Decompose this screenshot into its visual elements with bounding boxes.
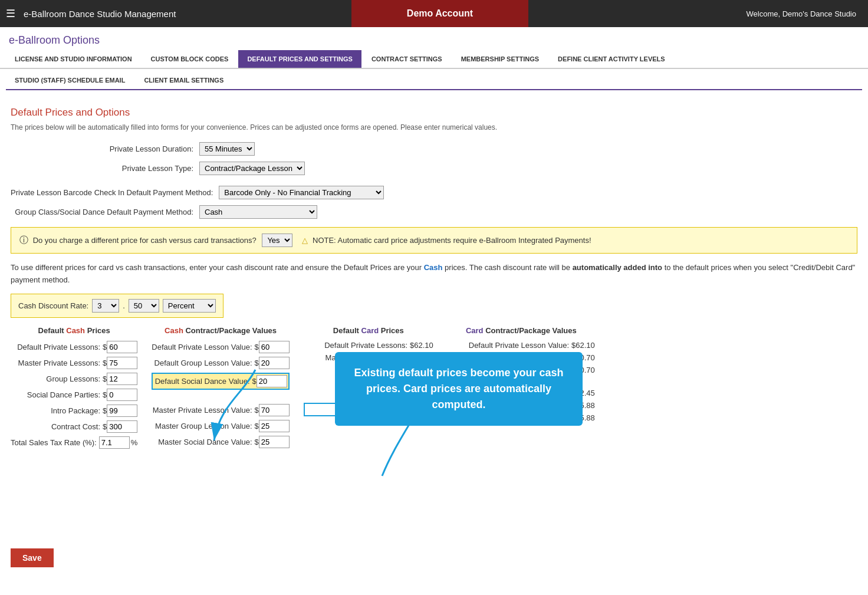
group-lessons-input[interactable] bbox=[107, 373, 137, 385]
cc-default-private-input[interactable] bbox=[259, 341, 290, 353]
content-area: Default Prices and Options The prices be… bbox=[0, 97, 868, 577]
cash-contract-header: Cash Contract/Package Values bbox=[152, 326, 290, 335]
yes-no-select[interactable]: Yes No bbox=[262, 234, 292, 247]
intro-package-row: Intro Package: $ bbox=[11, 405, 137, 417]
group-payment-select[interactable]: Cash Credit/Debit Card Check bbox=[199, 205, 317, 219]
cc-master-group-row: Master Group Lesson Value: $ bbox=[152, 420, 290, 432]
nav-tabs-row1: LICENSE AND STUDIO INFORMATION CUSTOM BL… bbox=[0, 50, 868, 69]
top-header: ☰ e-Ballroom Dance Studio Management Dem… bbox=[0, 0, 868, 27]
tab-license[interactable]: LICENSE AND STUDIO INFORMATION bbox=[6, 50, 141, 68]
tab-contract[interactable]: CONTRACT SETTINGS bbox=[363, 50, 451, 68]
group-payment-row: Group Class/Social Dance Default Payment… bbox=[11, 205, 857, 219]
cc-master-private-row: Master Private Lesson Value: $ bbox=[152, 404, 290, 416]
lesson-type-select[interactable]: Contract/Package Lesson Single Lesson bbox=[199, 162, 305, 175]
page-title: e-Ballroom Options bbox=[0, 27, 868, 50]
duration-label: Private Lesson Duration: bbox=[11, 144, 199, 153]
nav-tabs-row2: STUDIO (STAFF) SCHEDULE EMAIL CLIENT EMA… bbox=[0, 69, 868, 89]
duration-select[interactable]: 55 Minutes 45 Minutes 60 Minutes 30 Minu… bbox=[199, 142, 255, 156]
tax-rate-row: Total Sales Tax Rate (%): % bbox=[11, 436, 137, 449]
contract-cost-row: Contract Cost: $ bbox=[11, 420, 137, 433]
tax-rate-input[interactable] bbox=[99, 436, 130, 449]
tab-custom-block[interactable]: CUSTOM BLOCK CODES bbox=[142, 50, 238, 68]
save-button[interactable]: Save bbox=[11, 548, 54, 567]
kc-default-private-row: Default Private Lesson Value: $62.10 bbox=[448, 341, 595, 350]
cash-card-question-banner: ⓘ Do you charge a different price for ca… bbox=[11, 227, 857, 254]
cash-discount-row: Cash Discount Rate: 3245 . 50002575 Perc… bbox=[11, 294, 223, 318]
tab-client-activity[interactable]: DEFINE CLIENT ACTIVITY LEVELS bbox=[549, 50, 674, 68]
cash-contract-col: Cash Contract/Package Values Default Pri… bbox=[152, 326, 290, 452]
tab-client-email[interactable]: CLIENT EMAIL SETTINGS bbox=[135, 71, 232, 89]
callout-box: Existing default prices become your cash… bbox=[335, 352, 583, 426]
social-dance-input[interactable] bbox=[107, 389, 137, 401]
hamburger-icon[interactable]: ☰ bbox=[6, 7, 15, 20]
discount-whole-select[interactable]: 3245 bbox=[92, 299, 119, 313]
cash-discount-label: Cash Discount Rate: bbox=[18, 301, 88, 310]
default-cash-header: Default Cash Prices bbox=[11, 326, 137, 335]
app-title: e-Ballroom Dance Studio Management bbox=[24, 9, 351, 19]
cc-master-social-row: Master Social Dance Value: $ bbox=[152, 436, 290, 448]
cc-default-group-input[interactable] bbox=[259, 357, 290, 369]
card-contract-header: Card Contract/Package Values bbox=[448, 326, 595, 335]
cc-default-private-row: Default Private Lesson Value: $ bbox=[152, 341, 290, 353]
lesson-type-row: Private Lesson Type: Contract/Package Le… bbox=[11, 162, 857, 175]
duration-row: Private Lesson Duration: 55 Minutes 45 M… bbox=[11, 142, 857, 156]
dc-private-value: $62.10 bbox=[410, 341, 433, 350]
default-cash-col: Default Cash Prices Default Private Less… bbox=[11, 326, 137, 452]
group-lessons-row: Group Lessons: $ bbox=[11, 373, 137, 385]
lesson-type-label: Private Lesson Type: bbox=[11, 164, 199, 173]
cc-default-social-input[interactable] bbox=[257, 375, 287, 387]
cc-master-group-input[interactable] bbox=[259, 420, 290, 432]
discount-decimal-select[interactable]: 50002575 bbox=[129, 299, 159, 313]
kc-default-private-value: $62.10 bbox=[571, 341, 595, 350]
warning-icon: △ bbox=[302, 236, 308, 245]
barcode-payment-label: Private Lesson Barcode Check In Default … bbox=[11, 188, 219, 197]
welcome-text: Welcome, Demo's Dance Studio bbox=[528, 9, 862, 18]
social-dance-row: Social Dance Parties: $ bbox=[11, 389, 137, 401]
dc-private-row: Default Private Lessons: $62.10 bbox=[304, 341, 433, 350]
tab-membership[interactable]: MEMBERSHIP SETTINGS bbox=[452, 50, 548, 68]
group-payment-label: Group Class/Social Dance Default Payment… bbox=[11, 208, 199, 216]
cc-master-social-input[interactable] bbox=[259, 436, 290, 448]
question-circle-icon: ⓘ bbox=[19, 235, 28, 245]
barcode-payment-select[interactable]: Barcode Only - No Financial Tracking Cas… bbox=[219, 186, 384, 199]
cash-card-question-text: ⓘ Do you charge a different price for ca… bbox=[19, 234, 292, 247]
intro-package-input[interactable] bbox=[107, 405, 137, 417]
contract-cost-input[interactable] bbox=[107, 420, 137, 433]
section-title: Default Prices and Options bbox=[11, 107, 857, 119]
default-private-lessons-row: Default Private Lessons: $ bbox=[11, 341, 137, 353]
master-private-lessons-row: Master Private Lessons: $ bbox=[11, 357, 137, 369]
subtitle-text: The prices below will be automatically f… bbox=[11, 123, 857, 132]
tab-default-prices[interactable]: DEFAULT PRICES AND SETTINGS bbox=[238, 50, 361, 68]
master-private-lessons-input[interactable] bbox=[107, 357, 137, 369]
prices-container: Default Cash Prices Default Private Less… bbox=[11, 326, 857, 526]
note-text: △ NOTE: Automatic card price adjustments… bbox=[302, 236, 591, 245]
barcode-payment-row: Private Lesson Barcode Check In Default … bbox=[11, 186, 857, 199]
cc-master-private-input[interactable] bbox=[259, 404, 290, 416]
discount-type-select[interactable]: Percent Dollar Amount bbox=[163, 299, 216, 313]
demo-account-label: Demo Account bbox=[351, 0, 528, 27]
cash-card-description: To use different prices for card vs cash… bbox=[11, 262, 857, 287]
tab-studio-schedule[interactable]: STUDIO (STAFF) SCHEDULE EMAIL bbox=[6, 71, 134, 89]
default-card-header: Default Card Prices bbox=[304, 326, 433, 335]
save-row: Save bbox=[11, 538, 857, 567]
default-private-lessons-input[interactable] bbox=[107, 341, 137, 353]
cc-default-group-row: Default Group Lesson Value: $ bbox=[152, 357, 290, 369]
cc-default-social-row: Default Social Dance Value: $ bbox=[152, 373, 290, 390]
